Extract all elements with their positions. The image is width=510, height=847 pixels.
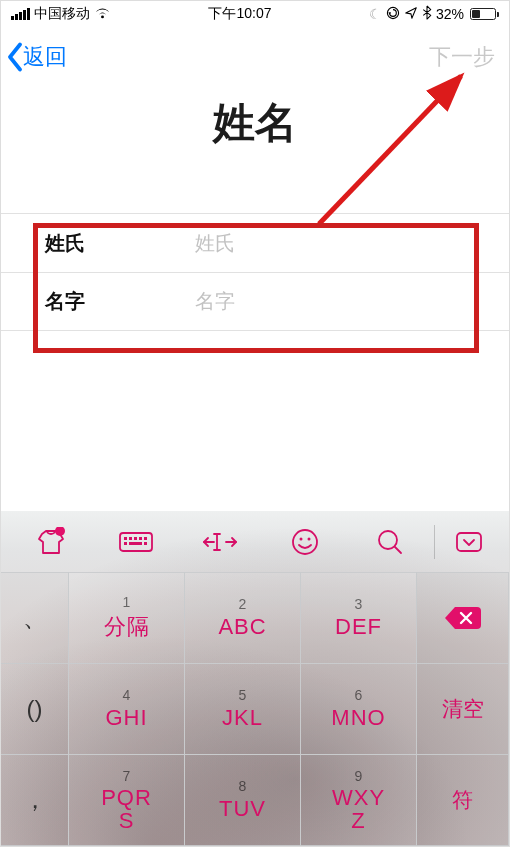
shirt-icon[interactable] bbox=[9, 527, 94, 557]
svg-point-13 bbox=[300, 538, 303, 541]
collapse-icon[interactable] bbox=[437, 528, 501, 556]
key-5-jkl[interactable]: 5JKL bbox=[184, 663, 301, 755]
keyboard: 、 1分隔 2ABC 3DEF () 4GHI 5JKL 6MNO 清空 ， 7… bbox=[1, 511, 509, 846]
key-4-ghi[interactable]: 4GHI bbox=[68, 663, 185, 755]
chevron-left-icon bbox=[5, 42, 25, 72]
firstname-row: 名字 bbox=[1, 272, 509, 330]
svg-rect-5 bbox=[129, 537, 132, 540]
svg-rect-8 bbox=[144, 537, 147, 540]
svg-rect-7 bbox=[139, 537, 142, 540]
cursor-icon[interactable] bbox=[178, 529, 263, 555]
keyboard-grid: 、 1分隔 2ABC 3DEF () 4GHI 5JKL 6MNO 清空 ， 7… bbox=[1, 573, 509, 846]
back-label: 返回 bbox=[23, 42, 67, 72]
lastname-input[interactable] bbox=[195, 232, 465, 255]
battery-percent: 32% bbox=[436, 6, 464, 22]
firstname-input[interactable] bbox=[195, 290, 465, 313]
clock: 下午10:07 bbox=[208, 5, 271, 23]
key-7-pqrs[interactable]: 7PQR S bbox=[68, 754, 185, 846]
key-8-tuv[interactable]: 8TUV bbox=[184, 754, 301, 846]
firstname-label: 名字 bbox=[45, 288, 195, 315]
signal-icon bbox=[11, 8, 30, 20]
status-bar: 中国移动 下午10:07 ☾ 32% bbox=[1, 1, 509, 27]
back-button[interactable]: 返回 bbox=[5, 42, 67, 72]
carrier-label: 中国移动 bbox=[34, 5, 90, 23]
smiley-icon[interactable] bbox=[263, 527, 348, 557]
keyboard-icon[interactable] bbox=[94, 529, 179, 555]
svg-rect-6 bbox=[134, 537, 137, 540]
orientation-lock-icon bbox=[386, 6, 400, 23]
navbar: 返回 下一步 bbox=[1, 27, 509, 87]
battery-icon bbox=[470, 8, 499, 20]
search-icon[interactable] bbox=[347, 527, 432, 557]
location-icon bbox=[404, 6, 418, 23]
key-clear[interactable]: 清空 bbox=[416, 663, 509, 755]
key-punct-dot[interactable]: 、 bbox=[0, 572, 69, 664]
lastname-label: 姓氏 bbox=[45, 230, 195, 257]
lastname-row: 姓氏 bbox=[1, 214, 509, 272]
key-9-wxyz[interactable]: 9WXY Z bbox=[300, 754, 417, 846]
backspace-icon bbox=[441, 603, 485, 633]
name-form: 姓氏 名字 bbox=[1, 213, 509, 331]
key-3-def[interactable]: 3DEF bbox=[300, 572, 417, 664]
key-symbol[interactable]: 符 bbox=[416, 754, 509, 846]
svg-rect-11 bbox=[144, 542, 147, 545]
page-title: 姓名 bbox=[1, 95, 509, 151]
svg-point-2 bbox=[55, 527, 65, 536]
key-6-mno[interactable]: 6MNO bbox=[300, 663, 417, 755]
bluetooth-icon bbox=[422, 5, 432, 23]
key-2-abc[interactable]: 2ABC bbox=[184, 572, 301, 664]
dnd-moon-icon: ☾ bbox=[369, 6, 382, 22]
svg-line-16 bbox=[395, 547, 401, 553]
keyboard-toolbar bbox=[1, 511, 509, 573]
svg-rect-10 bbox=[129, 542, 142, 545]
svg-point-15 bbox=[379, 531, 397, 549]
svg-rect-4 bbox=[124, 537, 127, 540]
key-1[interactable]: 1分隔 bbox=[68, 572, 185, 664]
svg-rect-9 bbox=[124, 542, 127, 545]
next-button[interactable]: 下一步 bbox=[429, 42, 495, 72]
svg-point-14 bbox=[308, 538, 311, 541]
annotation-arrow bbox=[301, 66, 491, 236]
key-parentheses[interactable]: () bbox=[0, 663, 69, 755]
svg-point-12 bbox=[293, 530, 317, 554]
key-backspace[interactable] bbox=[416, 572, 509, 664]
wifi-icon bbox=[94, 6, 111, 23]
key-comma[interactable]: ， bbox=[0, 754, 69, 846]
svg-rect-17 bbox=[457, 533, 481, 551]
